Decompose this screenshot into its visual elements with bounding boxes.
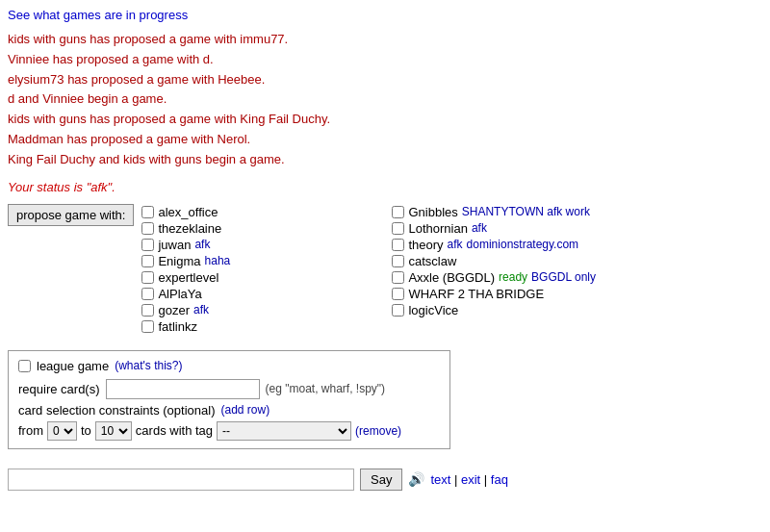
- player-lothornian-checkbox[interactable]: [392, 222, 404, 235]
- player-fatlinkz-checkbox[interactable]: [141, 320, 154, 333]
- see-games-link[interactable]: See what games are in progress: [8, 8, 762, 22]
- player-fatlinkz: fatlinkz: [141, 318, 392, 335]
- player-logicvice-checkbox[interactable]: [392, 304, 404, 317]
- left-players: alex_office thezeklaine juwan afk Enigma…: [141, 204, 392, 335]
- player-catsclaw-checkbox[interactable]: [392, 255, 404, 267]
- add-row-link[interactable]: (add row): [221, 403, 270, 417]
- player-gozer: gozer afk: [141, 302, 392, 318]
- player-wharf2thabridge-checkbox[interactable]: [392, 288, 404, 300]
- status-line: Your status is "afk".: [8, 180, 762, 194]
- player-theory: theory afk dominionstrategy.com: [392, 237, 642, 253]
- player-thezeklaine: thezeklaine: [141, 220, 392, 237]
- tag-select[interactable]: --: [217, 421, 351, 441]
- activity-msg-1: kids with guns has proposed a game with …: [8, 30, 762, 50]
- player-alex-office: alex_office: [141, 204, 392, 220]
- text-link[interactable]: text: [430, 472, 450, 487]
- constraints-label: card selection constraints (optional): [18, 403, 216, 418]
- players-grid: alex_office thezeklaine juwan afk Enigma…: [141, 204, 762, 335]
- from-row: from 0 1 2 to 10 5 1 cards with tag -- (…: [18, 421, 440, 441]
- player-juwan: juwan afk: [141, 237, 392, 253]
- player-juwan-checkbox[interactable]: [141, 239, 154, 251]
- activity-msg-4: d and Vinniee begin a game.: [8, 89, 762, 110]
- league-game-checkbox[interactable]: [18, 360, 31, 372]
- status-value: "afk": [87, 180, 113, 194]
- player-alplaya-checkbox[interactable]: [141, 288, 154, 300]
- from-label: from: [18, 423, 43, 438]
- player-gnibbles: Gnibbles SHANTYTOWN afk work: [392, 204, 642, 220]
- player-expertlevel: expertlevel: [141, 269, 392, 286]
- bottom-bar: Say 🔊 text | exit | faq: [8, 469, 762, 491]
- player-catsclaw: catsclaw: [392, 253, 642, 269]
- eg-text: (eg "moat, wharf, !spy"): [266, 382, 386, 395]
- whats-this-link[interactable]: (what's this?): [115, 359, 182, 372]
- league-row: league game (what's this?): [18, 359, 440, 373]
- league-game-label: league game: [37, 359, 109, 373]
- status-label: Your status is: [8, 180, 87, 194]
- chat-input[interactable]: [8, 469, 354, 491]
- player-gnibbles-checkbox[interactable]: [392, 206, 404, 218]
- say-button[interactable]: Say: [360, 469, 402, 491]
- activity-msg-6: Maddman has proposed a game with Nerol.: [8, 130, 762, 150]
- sound-icon[interactable]: 🔊: [408, 471, 424, 487]
- propose-section: propose game with: alex_office thezeklai…: [8, 204, 762, 335]
- sep2: |: [484, 472, 491, 487]
- exit-link[interactable]: exit: [461, 472, 480, 487]
- require-label: require card(s): [18, 382, 100, 396]
- activity-msg-5: kids with guns has proposed a game with …: [8, 110, 762, 130]
- require-row: require card(s) (eg "moat, wharf, !spy"): [18, 379, 440, 399]
- activity-log: kids with guns has proposed a game with …: [8, 30, 762, 170]
- player-lothornian: Lothornian afk: [392, 220, 642, 237]
- activity-msg-2: Vinniee has proposed a game with d.: [8, 50, 762, 70]
- player-alex-office-checkbox[interactable]: [141, 206, 154, 218]
- remove-link[interactable]: (remove): [355, 424, 401, 438]
- player-logicvice: logicVice: [392, 302, 642, 318]
- player-theory-checkbox[interactable]: [392, 239, 404, 251]
- from-select[interactable]: 0 1 2: [47, 421, 77, 441]
- player-gozer-checkbox[interactable]: [141, 304, 154, 317]
- to-select[interactable]: 10 5 1: [95, 421, 132, 441]
- sep1: |: [454, 472, 461, 487]
- constraints-row: card selection constraints (optional) (a…: [18, 403, 440, 418]
- league-box: league game (what's this?) require card(…: [8, 350, 450, 449]
- player-expertlevel-checkbox[interactable]: [141, 271, 154, 284]
- player-alplaya: AlPlaYa: [141, 286, 392, 302]
- right-players: Gnibbles SHANTYTOWN afk work Lothornian …: [392, 204, 642, 335]
- activity-msg-3: elysium73 has proposed a game with Heebe…: [8, 70, 762, 90]
- bottom-links: text | exit | faq: [430, 472, 508, 487]
- activity-msg-7: King Fail Duchy and kids with guns begin…: [8, 150, 762, 170]
- cards-tag-label: cards with tag: [136, 423, 213, 438]
- player-axxle-checkbox[interactable]: [392, 271, 404, 284]
- faq-link[interactable]: faq: [491, 472, 508, 487]
- player-enigma: Enigma haha: [141, 253, 392, 269]
- player-thezeklaine-checkbox[interactable]: [141, 222, 154, 235]
- to-label: to: [81, 423, 91, 438]
- player-axxle: Axxle (BGGDL) ready BGGDL only: [392, 269, 642, 286]
- player-enigma-checkbox[interactable]: [141, 255, 154, 267]
- require-cards-input[interactable]: [106, 379, 260, 399]
- player-wharf2thabridge: WHARF 2 THA BRIDGE: [392, 286, 642, 302]
- propose-game-button[interactable]: propose game with:: [8, 204, 134, 226]
- status-suffix: .: [112, 180, 116, 194]
